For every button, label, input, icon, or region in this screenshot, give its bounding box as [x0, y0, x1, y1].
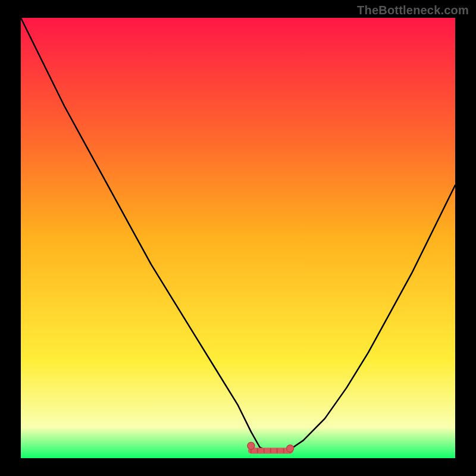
optimal-range-tick: [283, 448, 284, 453]
optimal-range-tick: [257, 448, 258, 453]
outer-frame: TheBottleneck.com: [0, 0, 476, 476]
marker-right: [287, 445, 294, 452]
chart-svg: [21, 18, 455, 458]
optimal-range-tick: [264, 448, 265, 453]
marker-left: [248, 442, 255, 449]
plot-area: [21, 18, 455, 458]
baseline-strip-group: [250, 448, 291, 453]
gradient-bg: [21, 18, 455, 458]
optimal-range-tick: [270, 448, 271, 453]
optimal-range-tick: [277, 448, 278, 453]
watermark-text: TheBottleneck.com: [357, 4, 469, 17]
